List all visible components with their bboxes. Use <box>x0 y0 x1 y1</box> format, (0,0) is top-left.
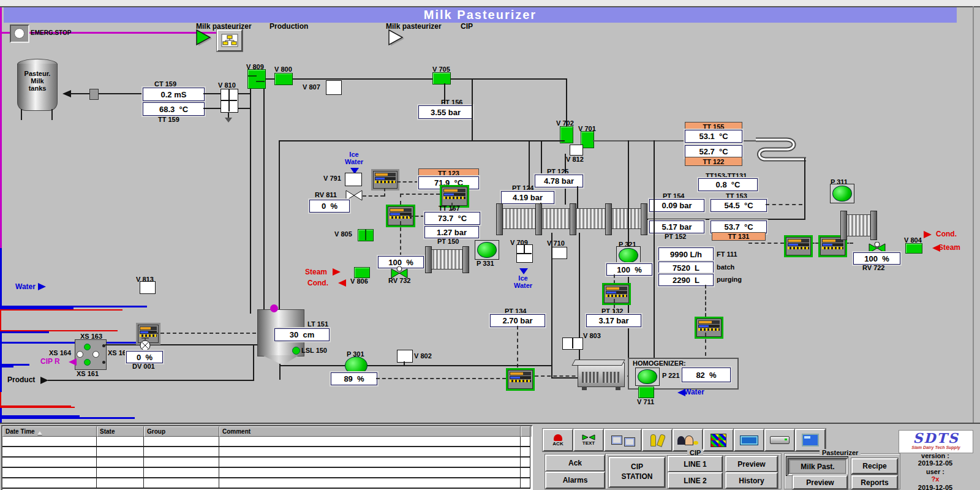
v800-valve[interactable] <box>274 73 293 85</box>
tt153-value[interactable]: 54.5 °C <box>710 199 767 212</box>
pipe <box>250 87 251 314</box>
line1-button[interactable]: LINE 1 <box>668 456 723 472</box>
cip-station-button[interactable]: CIP STATION <box>609 457 665 488</box>
scada-monitor-button[interactable] <box>795 429 826 451</box>
pt150-value[interactable]: 1.27 bar <box>424 226 479 238</box>
ct159-value[interactable]: 0.2 mS <box>143 88 205 101</box>
dv001-valve[interactable] <box>137 336 153 352</box>
tt167-value[interactable]: 73.7 °C <box>424 212 480 225</box>
mosaic-button[interactable] <box>703 429 734 451</box>
pt124-value[interactable]: 4.19 bar <box>501 191 554 204</box>
cip-preview-button[interactable]: Preview <box>725 456 778 472</box>
rv722-value[interactable]: 100 % <box>853 252 900 265</box>
reports-button[interactable]: Reports <box>851 475 898 489</box>
logo-text: SDTS <box>899 431 973 445</box>
alarm-col-comment[interactable]: Comment <box>219 426 521 437</box>
controller-cooling-1[interactable] <box>784 235 813 257</box>
batch-value[interactable]: 7520 L <box>658 262 714 274</box>
hx-frame-plate <box>496 203 503 235</box>
p301-pump[interactable] <box>345 357 368 374</box>
hx-frame-plate <box>570 203 576 235</box>
alarms-button[interactable]: Alarms <box>545 472 605 489</box>
milk-past-button[interactable]: Milk Past. <box>788 458 848 475</box>
past-preview-button[interactable]: Preview <box>793 475 848 489</box>
v710-valve[interactable] <box>551 247 567 259</box>
water-line <box>0 408 2 415</box>
recipe-button[interactable]: Recipe <box>851 458 898 474</box>
rv811-value[interactable]: 0 % <box>309 200 350 213</box>
controller-pt134[interactable] <box>506 368 535 391</box>
p221-value[interactable]: 82 % <box>682 368 731 382</box>
v813-valve[interactable] <box>140 281 156 294</box>
operators-button[interactable] <box>673 429 703 451</box>
ice-water-line <box>0 333 2 342</box>
controller-ft111[interactable] <box>695 317 723 339</box>
p321-value[interactable]: 100 % <box>606 263 652 276</box>
p321-pump[interactable] <box>616 246 641 265</box>
printer-button[interactable] <box>764 429 795 451</box>
tt131-value[interactable]: 53.7 °C <box>710 221 767 233</box>
alarm-col-group[interactable]: Group <box>144 426 219 437</box>
v802-valve[interactable] <box>397 350 413 363</box>
dtt-value[interactable]: 0.8 °C <box>698 178 758 191</box>
ack-button[interactable]: Ack <box>545 454 605 472</box>
pt134-value[interactable]: 2.70 bar <box>490 314 545 327</box>
xs-valve-cluster[interactable] <box>75 339 107 370</box>
v711-valve[interactable] <box>638 386 654 398</box>
v805-valve[interactable] <box>358 229 374 241</box>
dv001-value[interactable]: 0 % <box>126 351 163 363</box>
alarm-row <box>2 447 532 458</box>
p331-pump[interactable] <box>475 240 499 260</box>
alarm-col-datetime[interactable]: Date Time <box>2 426 97 437</box>
pipe <box>628 140 629 247</box>
v803-valve[interactable] <box>562 337 583 350</box>
lt151-value[interactable]: 30 cm <box>274 328 330 341</box>
pt152-value[interactable]: 5.17 bar <box>649 221 704 233</box>
production-play-button[interactable] <box>195 29 214 48</box>
keys-button[interactable] <box>642 429 673 451</box>
pt154-value[interactable]: 0.09 bar <box>649 199 704 212</box>
cip-play-button[interactable] <box>387 29 407 48</box>
pt156-value[interactable]: 3.55 bar <box>418 105 473 119</box>
tt159-value[interactable]: 68.3 °C <box>143 102 205 116</box>
ft111-value[interactable]: 9990 L/h <box>658 247 714 261</box>
v791-valve[interactable] <box>345 173 362 186</box>
v705-valve[interactable] <box>432 72 451 85</box>
v709-valve[interactable] <box>516 244 533 263</box>
alarm-col-state[interactable]: State <box>97 426 144 437</box>
pipe <box>646 219 805 220</box>
text-button[interactable]: TEXT <box>573 429 604 451</box>
pt132-value[interactable]: 3.17 bar <box>586 314 641 327</box>
keyboard-button[interactable] <box>734 429 764 451</box>
v807-valve[interactable] <box>326 80 342 95</box>
v806-valve[interactable] <box>354 267 370 278</box>
p311-pump[interactable] <box>830 184 854 203</box>
pt150-tag: PT 150 <box>437 238 459 245</box>
controller-p321[interactable] <box>602 283 631 305</box>
signal-line <box>614 274 615 284</box>
v812-valve[interactable] <box>570 145 583 156</box>
ack-alarm-button[interactable]: ACK <box>543 429 573 451</box>
tt122-value[interactable]: 52.7 °C <box>685 145 742 158</box>
purging-value[interactable]: 2290 L <box>658 274 714 286</box>
line2-button[interactable]: LINE 2 <box>668 472 723 489</box>
homogenizer-title: HOMOGENIZER: <box>633 360 686 367</box>
cip-history-button[interactable]: History <box>725 472 778 489</box>
workstations-button[interactable] <box>604 429 642 451</box>
flowchart-button[interactable] <box>217 29 243 51</box>
tt167-tag: TT 167 <box>439 205 460 212</box>
v809-valve[interactable] <box>247 69 266 89</box>
cond-label-right: Cond. <box>936 230 957 238</box>
user-value: ?x <box>895 475 975 483</box>
emergency-stop-button[interactable] <box>10 24 29 43</box>
cond-label-left: Cond. <box>307 279 328 287</box>
homogenizer-machine[interactable] <box>578 363 625 387</box>
p221-pump[interactable] <box>635 368 660 386</box>
tt155-value[interactable]: 53.1 °C <box>685 130 742 143</box>
p301-value[interactable]: 89 % <box>331 372 377 385</box>
controller-tt123[interactable] <box>371 169 399 190</box>
v810-valve[interactable] <box>221 89 238 113</box>
pt125-value[interactable]: 4.78 bar <box>535 175 583 187</box>
v804-valve[interactable] <box>905 243 922 254</box>
milk-tank-body[interactable]: Pasteur. Milk tanks <box>17 64 58 111</box>
